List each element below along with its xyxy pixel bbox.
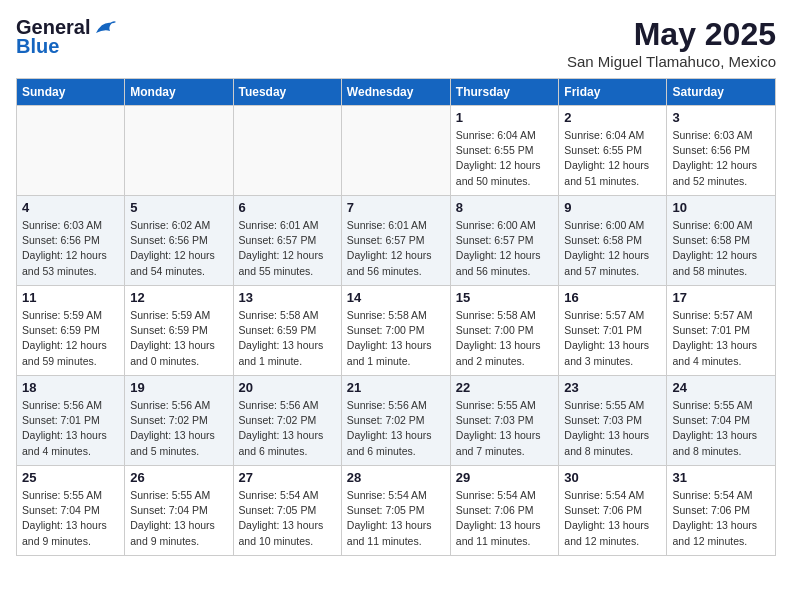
day-number: 9 (564, 200, 661, 215)
day-detail: Sunrise: 6:01 AM Sunset: 6:57 PM Dayligh… (347, 218, 445, 279)
table-row: 28Sunrise: 5:54 AM Sunset: 7:05 PM Dayli… (341, 466, 450, 556)
calendar-week-row: 18Sunrise: 5:56 AM Sunset: 7:01 PM Dayli… (17, 376, 776, 466)
table-row: 29Sunrise: 5:54 AM Sunset: 7:06 PM Dayli… (450, 466, 559, 556)
table-row: 26Sunrise: 5:55 AM Sunset: 7:04 PM Dayli… (125, 466, 233, 556)
title-area: May 2025 San Miguel Tlamahuco, Mexico (567, 16, 776, 70)
day-detail: Sunrise: 5:58 AM Sunset: 7:00 PM Dayligh… (347, 308, 445, 369)
day-number: 15 (456, 290, 554, 305)
day-number: 23 (564, 380, 661, 395)
header-sunday: Sunday (17, 79, 125, 106)
day-number: 7 (347, 200, 445, 215)
day-number: 8 (456, 200, 554, 215)
day-detail: Sunrise: 5:55 AM Sunset: 7:03 PM Dayligh… (564, 398, 661, 459)
day-number: 26 (130, 470, 227, 485)
table-row: 31Sunrise: 5:54 AM Sunset: 7:06 PM Dayli… (667, 466, 776, 556)
header-tuesday: Tuesday (233, 79, 341, 106)
weekday-header-row: Sunday Monday Tuesday Wednesday Thursday… (17, 79, 776, 106)
day-number: 3 (672, 110, 770, 125)
day-number: 20 (239, 380, 336, 395)
day-number: 14 (347, 290, 445, 305)
table-row (341, 106, 450, 196)
table-row: 22Sunrise: 5:55 AM Sunset: 7:03 PM Dayli… (450, 376, 559, 466)
day-number: 24 (672, 380, 770, 395)
day-detail: Sunrise: 5:55 AM Sunset: 7:04 PM Dayligh… (130, 488, 227, 549)
table-row: 3Sunrise: 6:03 AM Sunset: 6:56 PM Daylig… (667, 106, 776, 196)
month-title: May 2025 (567, 16, 776, 53)
table-row: 8Sunrise: 6:00 AM Sunset: 6:57 PM Daylig… (450, 196, 559, 286)
day-number: 10 (672, 200, 770, 215)
table-row: 16Sunrise: 5:57 AM Sunset: 7:01 PM Dayli… (559, 286, 667, 376)
day-detail: Sunrise: 5:58 AM Sunset: 7:00 PM Dayligh… (456, 308, 554, 369)
day-number: 28 (347, 470, 445, 485)
table-row: 23Sunrise: 5:55 AM Sunset: 7:03 PM Dayli… (559, 376, 667, 466)
day-detail: Sunrise: 5:55 AM Sunset: 7:03 PM Dayligh… (456, 398, 554, 459)
day-detail: Sunrise: 5:54 AM Sunset: 7:06 PM Dayligh… (456, 488, 554, 549)
day-detail: Sunrise: 5:54 AM Sunset: 7:05 PM Dayligh… (239, 488, 336, 549)
day-number: 11 (22, 290, 119, 305)
table-row: 24Sunrise: 5:55 AM Sunset: 7:04 PM Dayli… (667, 376, 776, 466)
table-row: 30Sunrise: 5:54 AM Sunset: 7:06 PM Dayli… (559, 466, 667, 556)
day-number: 22 (456, 380, 554, 395)
header-wednesday: Wednesday (341, 79, 450, 106)
table-row (17, 106, 125, 196)
table-row: 4Sunrise: 6:03 AM Sunset: 6:56 PM Daylig… (17, 196, 125, 286)
day-detail: Sunrise: 6:02 AM Sunset: 6:56 PM Dayligh… (130, 218, 227, 279)
day-detail: Sunrise: 5:56 AM Sunset: 7:02 PM Dayligh… (347, 398, 445, 459)
day-number: 25 (22, 470, 119, 485)
table-row: 19Sunrise: 5:56 AM Sunset: 7:02 PM Dayli… (125, 376, 233, 466)
day-number: 21 (347, 380, 445, 395)
table-row (125, 106, 233, 196)
table-row: 25Sunrise: 5:55 AM Sunset: 7:04 PM Dayli… (17, 466, 125, 556)
calendar-week-row: 1Sunrise: 6:04 AM Sunset: 6:55 PM Daylig… (17, 106, 776, 196)
day-number: 13 (239, 290, 336, 305)
logo-blue-text: Blue (16, 35, 59, 58)
table-row: 10Sunrise: 6:00 AM Sunset: 6:58 PM Dayli… (667, 196, 776, 286)
day-detail: Sunrise: 6:00 AM Sunset: 6:58 PM Dayligh… (564, 218, 661, 279)
logo-bird-icon (94, 19, 116, 37)
day-number: 16 (564, 290, 661, 305)
day-detail: Sunrise: 5:56 AM Sunset: 7:02 PM Dayligh… (130, 398, 227, 459)
day-number: 17 (672, 290, 770, 305)
day-number: 19 (130, 380, 227, 395)
day-number: 5 (130, 200, 227, 215)
day-detail: Sunrise: 5:59 AM Sunset: 6:59 PM Dayligh… (22, 308, 119, 369)
table-row: 13Sunrise: 5:58 AM Sunset: 6:59 PM Dayli… (233, 286, 341, 376)
day-detail: Sunrise: 5:54 AM Sunset: 7:05 PM Dayligh… (347, 488, 445, 549)
calendar-week-row: 11Sunrise: 5:59 AM Sunset: 6:59 PM Dayli… (17, 286, 776, 376)
day-detail: Sunrise: 5:59 AM Sunset: 6:59 PM Dayligh… (130, 308, 227, 369)
location-title: San Miguel Tlamahuco, Mexico (567, 53, 776, 70)
table-row: 15Sunrise: 5:58 AM Sunset: 7:00 PM Dayli… (450, 286, 559, 376)
table-row (233, 106, 341, 196)
header-friday: Friday (559, 79, 667, 106)
day-detail: Sunrise: 5:54 AM Sunset: 7:06 PM Dayligh… (672, 488, 770, 549)
table-row: 7Sunrise: 6:01 AM Sunset: 6:57 PM Daylig… (341, 196, 450, 286)
day-detail: Sunrise: 6:04 AM Sunset: 6:55 PM Dayligh… (456, 128, 554, 189)
day-detail: Sunrise: 5:55 AM Sunset: 7:04 PM Dayligh… (672, 398, 770, 459)
table-row: 2Sunrise: 6:04 AM Sunset: 6:55 PM Daylig… (559, 106, 667, 196)
header-monday: Monday (125, 79, 233, 106)
day-number: 12 (130, 290, 227, 305)
day-detail: Sunrise: 5:57 AM Sunset: 7:01 PM Dayligh… (672, 308, 770, 369)
table-row: 21Sunrise: 5:56 AM Sunset: 7:02 PM Dayli… (341, 376, 450, 466)
calendar-week-row: 4Sunrise: 6:03 AM Sunset: 6:56 PM Daylig… (17, 196, 776, 286)
calendar-week-row: 25Sunrise: 5:55 AM Sunset: 7:04 PM Dayli… (17, 466, 776, 556)
day-number: 6 (239, 200, 336, 215)
table-row: 14Sunrise: 5:58 AM Sunset: 7:00 PM Dayli… (341, 286, 450, 376)
table-row: 11Sunrise: 5:59 AM Sunset: 6:59 PM Dayli… (17, 286, 125, 376)
table-row: 12Sunrise: 5:59 AM Sunset: 6:59 PM Dayli… (125, 286, 233, 376)
header-thursday: Thursday (450, 79, 559, 106)
day-detail: Sunrise: 6:01 AM Sunset: 6:57 PM Dayligh… (239, 218, 336, 279)
calendar-table: Sunday Monday Tuesday Wednesday Thursday… (16, 78, 776, 556)
table-row: 9Sunrise: 6:00 AM Sunset: 6:58 PM Daylig… (559, 196, 667, 286)
day-detail: Sunrise: 6:00 AM Sunset: 6:58 PM Dayligh… (672, 218, 770, 279)
day-number: 2 (564, 110, 661, 125)
table-row: 18Sunrise: 5:56 AM Sunset: 7:01 PM Dayli… (17, 376, 125, 466)
table-row: 20Sunrise: 5:56 AM Sunset: 7:02 PM Dayli… (233, 376, 341, 466)
day-number: 31 (672, 470, 770, 485)
table-row: 5Sunrise: 6:02 AM Sunset: 6:56 PM Daylig… (125, 196, 233, 286)
day-detail: Sunrise: 5:58 AM Sunset: 6:59 PM Dayligh… (239, 308, 336, 369)
day-number: 4 (22, 200, 119, 215)
day-number: 1 (456, 110, 554, 125)
header-saturday: Saturday (667, 79, 776, 106)
table-row: 6Sunrise: 6:01 AM Sunset: 6:57 PM Daylig… (233, 196, 341, 286)
